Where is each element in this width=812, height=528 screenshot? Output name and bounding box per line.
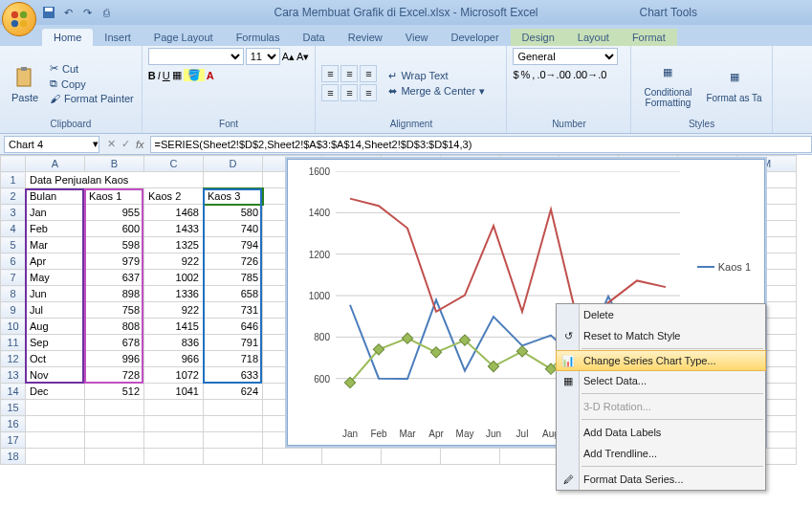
office-button[interactable] bbox=[2, 2, 36, 36]
chart-legend[interactable]: Kaos 1 bbox=[697, 261, 751, 278]
merge-icon: ⬌ bbox=[388, 85, 397, 98]
cell-month[interactable]: Oct bbox=[26, 351, 85, 367]
align-top-right-icon: ≡ bbox=[360, 65, 377, 82]
svg-rect-20 bbox=[516, 346, 527, 357]
cell-month[interactable]: Jun bbox=[26, 286, 85, 302]
col-header[interactable]: A bbox=[26, 156, 85, 172]
cell-month[interactable]: Apr bbox=[26, 253, 85, 270]
align-right-icon: ≡ bbox=[360, 84, 377, 101]
merge-center-button[interactable]: ⬌Merge & Center ▾ bbox=[386, 84, 487, 99]
cell-month[interactable]: Aug bbox=[26, 319, 85, 335]
font-size-select[interactable]: 11 bbox=[246, 48, 280, 65]
reset-icon: ↺ bbox=[560, 328, 576, 343]
underline-button[interactable]: U bbox=[163, 70, 170, 81]
col-header[interactable]: B bbox=[85, 156, 144, 172]
menu-add-data-labels[interactable]: Add Data Labels bbox=[557, 422, 765, 443]
cell-d2[interactable]: Kaos 3 bbox=[204, 188, 263, 205]
cell-month[interactable]: Sep bbox=[26, 335, 85, 351]
wrap-text-button[interactable]: ↵Wrap Text bbox=[386, 69, 487, 83]
col-header[interactable] bbox=[1, 156, 26, 172]
svg-rect-6 bbox=[17, 69, 31, 86]
copy-button[interactable]: ⧉Copy bbox=[48, 77, 136, 91]
fx-icon[interactable]: fx bbox=[136, 139, 144, 150]
svg-point-1 bbox=[20, 11, 27, 18]
col-header[interactable]: C bbox=[144, 156, 204, 172]
tab-home[interactable]: Home bbox=[42, 29, 93, 46]
svg-rect-5 bbox=[45, 8, 53, 11]
italic-button[interactable]: I bbox=[158, 70, 161, 81]
conditional-formatting-button[interactable]: ▦Conditional Formatting bbox=[637, 56, 698, 110]
align-center-icon: ≡ bbox=[340, 84, 358, 101]
format-as-table-button[interactable]: ▦Format as Ta bbox=[702, 62, 765, 105]
svg-rect-17 bbox=[430, 347, 441, 358]
table-icon: ▦ bbox=[721, 64, 748, 91]
ribbon-tabs: Home Insert Page Layout Formulas Data Re… bbox=[0, 25, 812, 46]
increase-decimal-icon[interactable]: .0→.00 bbox=[537, 69, 570, 80]
border-button[interactable]: ▦ bbox=[172, 69, 182, 81]
svg-point-0 bbox=[11, 11, 18, 18]
enter-formula-icon[interactable]: ✓ bbox=[121, 138, 130, 150]
menu-reset-match-style[interactable]: ↺Reset to Match Style bbox=[557, 325, 765, 346]
menu-format-data-series[interactable]: 🖉Format Data Series... bbox=[557, 469, 765, 490]
qat-print-icon[interactable]: ⎙ bbox=[98, 4, 115, 21]
menu-select-data[interactable]: ▦Select Data... bbox=[557, 370, 765, 391]
window-title: Cara Membuat Grafik di Excel.xlsx - Micr… bbox=[274, 6, 538, 19]
tab-developer[interactable]: Developer bbox=[439, 29, 510, 46]
menu-change-series-chart-type[interactable]: 📊Change Series Chart Type... bbox=[556, 350, 766, 371]
align-top-left-icon: ≡ bbox=[321, 65, 339, 82]
tab-view[interactable]: View bbox=[394, 29, 440, 46]
currency-button[interactable]: $ bbox=[513, 69, 518, 80]
chart-tools-label: Chart Tools bbox=[640, 6, 697, 19]
tab-layout[interactable]: Layout bbox=[566, 29, 621, 46]
name-box[interactable]: Chart 4 ▾ bbox=[4, 136, 99, 153]
qat-redo-icon[interactable]: ↷ bbox=[78, 4, 96, 21]
cell-month[interactable]: Feb bbox=[26, 221, 85, 237]
cell-month[interactable]: Jul bbox=[26, 302, 85, 319]
conditional-icon: ▦ bbox=[654, 58, 681, 85]
fill-color-button[interactable]: 🪣 bbox=[184, 69, 205, 81]
svg-rect-16 bbox=[402, 333, 412, 343]
cut-button[interactable]: ✂Cut bbox=[48, 61, 136, 76]
qat-undo-icon[interactable]: ↶ bbox=[59, 4, 77, 21]
tab-format[interactable]: Format bbox=[621, 29, 677, 46]
shrink-font-icon[interactable]: A▾ bbox=[296, 51, 309, 63]
tab-insert[interactable]: Insert bbox=[93, 29, 143, 46]
align-buttons[interactable]: ≡≡≡ ≡≡≡ bbox=[321, 65, 377, 101]
font-name-select[interactable] bbox=[148, 48, 244, 65]
tab-data[interactable]: Data bbox=[291, 29, 336, 46]
decrease-decimal-icon[interactable]: .00→.0 bbox=[573, 69, 606, 80]
menu-delete[interactable]: Delete bbox=[557, 304, 765, 325]
paste-button[interactable]: Paste bbox=[6, 61, 44, 105]
wrap-icon: ↵ bbox=[388, 70, 397, 82]
grow-font-icon[interactable]: A▴ bbox=[282, 51, 295, 63]
cell-month[interactable]: Jan bbox=[26, 205, 85, 221]
cancel-formula-icon[interactable]: ✕ bbox=[107, 138, 116, 150]
menu-add-trendline[interactable]: Add Trendline... bbox=[557, 443, 765, 464]
title-bar: ↶ ↷ ⎙ Cara Membuat Grafik di Excel.xlsx … bbox=[0, 0, 812, 25]
cell-month[interactable]: Mar bbox=[26, 237, 85, 253]
data-title[interactable]: Data Penjualan Kaos bbox=[26, 172, 204, 188]
worksheet[interactable]: ABCDEFGHIJKLM1Data Penjualan Kaos2BulanK… bbox=[0, 155, 812, 465]
col-header[interactable]: D bbox=[204, 156, 263, 172]
bold-button[interactable]: B bbox=[148, 70, 156, 81]
comma-button[interactable]: , bbox=[532, 69, 535, 80]
embedded-chart[interactable]: 6008001000120014001600 JanFebMarAprMayJu… bbox=[287, 159, 765, 446]
formula-bar[interactable]: =SERIES(Sheet2!$D$2,Sheet2!$A$3:$A$14,Sh… bbox=[150, 136, 812, 153]
cell-month[interactable]: Nov bbox=[26, 367, 85, 384]
percent-button[interactable]: % bbox=[521, 69, 531, 80]
group-clipboard-label: Clipboard bbox=[6, 119, 136, 131]
qat-save-icon[interactable] bbox=[40, 4, 57, 21]
menu-3d-rotation: 3-D Rotation... bbox=[557, 396, 765, 417]
row-header[interactable]: 1 bbox=[1, 172, 26, 188]
tab-page-layout[interactable]: Page Layout bbox=[143, 29, 225, 46]
format-painter-button[interactable]: 🖌Format Painter bbox=[48, 92, 136, 105]
font-color-button[interactable]: A bbox=[207, 70, 214, 81]
cell-month[interactable]: May bbox=[26, 270, 85, 286]
tab-formulas[interactable]: Formulas bbox=[225, 29, 292, 46]
tab-design[interactable]: Design bbox=[511, 29, 566, 46]
svg-point-3 bbox=[20, 20, 27, 27]
cell-month[interactable]: Dec bbox=[26, 384, 85, 400]
number-format-select[interactable]: General bbox=[513, 48, 618, 65]
align-left-icon: ≡ bbox=[321, 84, 339, 101]
tab-review[interactable]: Review bbox=[337, 29, 394, 46]
